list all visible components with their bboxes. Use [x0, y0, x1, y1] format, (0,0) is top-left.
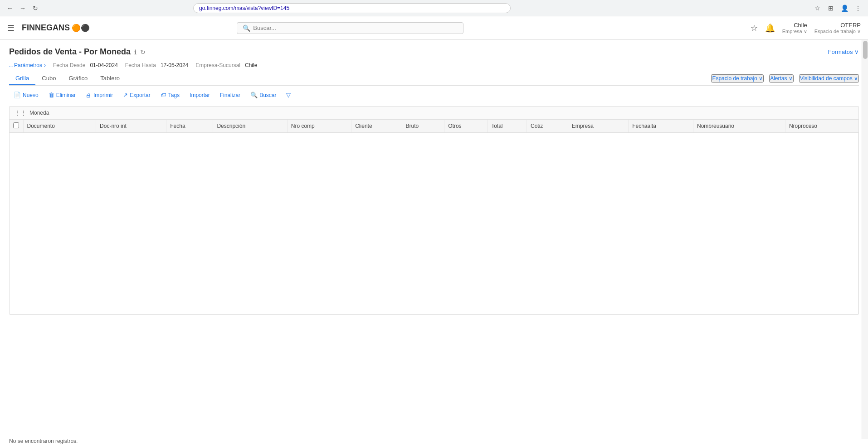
col-descripcion[interactable]: Descripción	[213, 120, 287, 133]
address-bar[interactable]: go.finneg.com/mas/vista?viewID=145	[193, 3, 511, 13]
table-body	[10, 133, 858, 314]
logo-text: FINNEGANS	[22, 23, 70, 33]
tab-grilla[interactable]: Grilla	[9, 72, 35, 85]
company-label: Empresa ∨	[782, 29, 807, 34]
bookmark-icon[interactable]: ☆	[812, 3, 823, 14]
tags-button[interactable]: 🏷 Tags	[156, 89, 184, 101]
tags-icon: 🏷	[161, 92, 166, 98]
imprimir-button[interactable]: 🖨 Imprimir	[81, 89, 117, 101]
col-cotiz[interactable]: Cotiz	[527, 120, 568, 133]
bookmark-app-icon[interactable]: ☆	[751, 23, 758, 33]
imprimir-icon: 🖨	[86, 92, 92, 98]
col-bruto[interactable]: Bruto	[402, 120, 444, 133]
eliminar-icon: 🗑	[49, 92, 54, 98]
browser-right-icons: ☆ ⊞ 👤 ⋮	[812, 3, 863, 14]
col-total[interactable]: Total	[488, 120, 527, 133]
checkbox-col-header[interactable]	[10, 120, 23, 133]
tab-grafico[interactable]: Gráfico	[62, 72, 94, 85]
buscar-button[interactable]: 🔍 Buscar	[246, 89, 281, 101]
col-nro-comp[interactable]: Nro comp	[287, 120, 351, 133]
forward-button[interactable]: →	[17, 3, 28, 14]
chrome-menu-icon[interactable]: ⋮	[853, 3, 863, 14]
page-title: Pedidos de Venta - Por Moneda	[9, 47, 131, 57]
filter-icon: ▽	[286, 92, 291, 98]
select-all-checkbox[interactable]	[13, 122, 19, 128]
logo-co: 🟠⚫	[72, 24, 90, 32]
col-documento[interactable]: Documento	[23, 120, 96, 133]
workspace-name: OTERP	[840, 22, 861, 29]
table-group-header: ⋮⋮ Moneda	[10, 107, 858, 120]
view-tabs: Grilla Cubo Gráfico Tablero	[9, 72, 126, 85]
grid-icon: ⋮⋮	[14, 109, 27, 117]
toolbar: 📄 Nuevo 🗑 Eliminar 🖨 Imprimir ↗ Exportar…	[9, 89, 859, 101]
col-nroproceso[interactable]: Nroproceso	[785, 120, 858, 133]
back-button[interactable]: ←	[5, 3, 15, 14]
col-otros[interactable]: Otros	[444, 120, 488, 133]
main-content: Pedidos de Venta - Por Moneda ℹ ↻ Format…	[0, 40, 868, 322]
exportar-icon: ↗	[123, 92, 128, 98]
tab-cubo[interactable]: Cubo	[35, 72, 62, 85]
param-empresa: Empresa-Sucursal Chile	[195, 62, 257, 68]
data-table: Documento Doc-nro int Fecha Descripción …	[10, 120, 858, 314]
workspace-area[interactable]: OTERP Espacio de trabajo ∨	[814, 22, 861, 34]
vertical-scrollbar[interactable]	[862, 40, 868, 322]
param-fecha-hasta: Fecha Hasta 17-05-2024	[125, 62, 188, 68]
buscar-icon: 🔍	[250, 92, 258, 98]
exportar-button[interactable]: ↗ Exportar	[118, 89, 155, 101]
page-title-row: Pedidos de Venta - Por Moneda ℹ ↻ Format…	[9, 47, 859, 57]
params-row: ⎵ Parámetros › Fecha Desde 01-04-2024 Fe…	[9, 62, 859, 68]
empty-row	[10, 133, 858, 314]
group-label: Moneda	[29, 110, 49, 116]
workspace-dropdown[interactable]: Espacio de trabajo ∨	[711, 74, 764, 83]
col-fechaalta[interactable]: Fechaalta	[629, 120, 693, 133]
col-nombreusuario[interactable]: Nombreusuario	[693, 120, 785, 133]
params-icon: ⎵	[9, 62, 12, 68]
top-right-controls: Espacio de trabajo ∨ Alertas ∨ Visibilid…	[711, 74, 859, 85]
col-cliente[interactable]: Cliente	[351, 120, 402, 133]
col-doc-nro-int[interactable]: Doc-nro int	[96, 120, 166, 133]
workspace-label: Espacio de trabajo ∨	[814, 29, 861, 34]
refresh-button[interactable]: ↻	[140, 49, 146, 56]
browser-chrome: ← → ↻ go.finneg.com/mas/vista?viewID=145…	[0, 0, 868, 16]
company-name: Chile	[794, 22, 807, 29]
table-section: ⋮⋮ Moneda Documento Doc-nro int Fecha De…	[9, 106, 859, 315]
app-header: ☰ FINNEGANS 🟠⚫ 🔍 ☆ 🔔 Chile Empresa ∨ OTE…	[0, 16, 868, 40]
info-icon[interactable]: ℹ	[134, 49, 137, 56]
eliminar-button[interactable]: 🗑 Eliminar	[44, 89, 80, 101]
url-text: go.finneg.com/mas/vista?viewID=145	[199, 5, 505, 11]
table-header-row: Documento Doc-nro int Fecha Descripción …	[10, 120, 858, 133]
search-icon: 🔍	[243, 24, 250, 32]
param-fecha-desde: Fecha Desde 01-04-2024	[53, 62, 118, 68]
user-company-area[interactable]: Chile Empresa ∨	[782, 22, 807, 34]
alertas-dropdown[interactable]: Alertas ∨	[769, 74, 794, 83]
nuevo-button[interactable]: 📄 Nuevo	[9, 89, 43, 101]
nuevo-icon: 📄	[14, 92, 21, 98]
hamburger-menu-icon[interactable]: ☰	[7, 23, 15, 33]
header-right: ☆ 🔔 Chile Empresa ∨ OTERP Espacio de tra…	[751, 22, 861, 34]
search-input[interactable]	[253, 24, 458, 31]
col-empresa[interactable]: Empresa	[568, 120, 628, 133]
extensions-icon[interactable]: ⊞	[825, 3, 836, 14]
reload-button[interactable]: ↻	[30, 3, 41, 14]
tab-tablero[interactable]: Tablero	[94, 72, 126, 85]
importar-button[interactable]: Importar	[185, 90, 215, 101]
bell-icon[interactable]: 🔔	[765, 23, 775, 33]
params-link[interactable]: ⎵ Parámetros ›	[9, 62, 46, 68]
empty-area	[10, 133, 858, 314]
logo[interactable]: FINNEGANS 🟠⚫	[22, 23, 90, 33]
visibilidad-dropdown[interactable]: Visibilidad de campos ∨	[799, 74, 859, 83]
browser-nav-buttons: ← → ↻	[5, 3, 41, 14]
finalizar-button[interactable]: Finalizar	[215, 90, 245, 101]
filter-button[interactable]: ▽	[282, 89, 295, 101]
avatar-icon[interactable]: 👤	[839, 3, 850, 14]
vscroll-thumb[interactable]	[863, 41, 868, 59]
formats-button[interactable]: Formatos ∨	[828, 49, 859, 55]
search-bar[interactable]: 🔍	[237, 22, 463, 34]
col-fecha[interactable]: Fecha	[166, 120, 213, 133]
